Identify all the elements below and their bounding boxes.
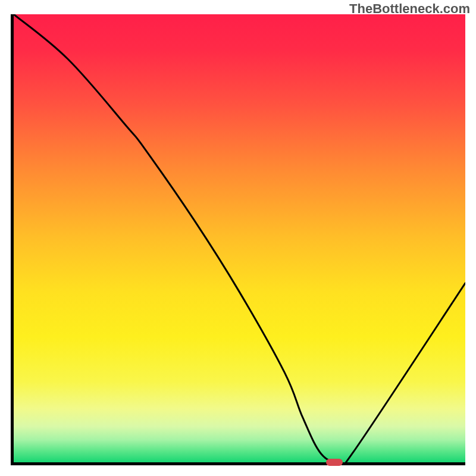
optimum-marker <box>326 459 343 466</box>
watermark-text: TheBottleneck.com <box>349 1 470 17</box>
plot-area <box>11 14 465 465</box>
bottleneck-curve <box>14 14 465 462</box>
chart-container: TheBottleneck.com <box>0 0 476 476</box>
